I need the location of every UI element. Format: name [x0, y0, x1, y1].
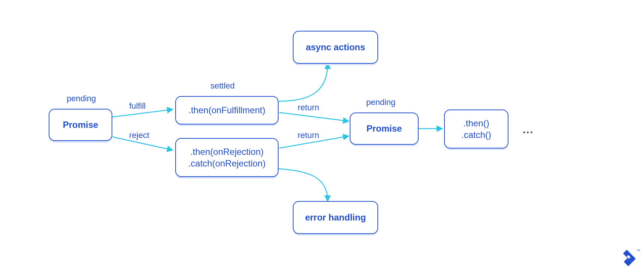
node-then-catch-line1: .then() — [463, 117, 489, 129]
node-promise-1-text: Promise — [63, 119, 98, 130]
label-pending-1: pending — [67, 94, 96, 104]
node-async-actions: async actions — [293, 31, 378, 64]
node-then-catch: .then() .catch() — [444, 110, 508, 148]
trademark: ™ — [637, 249, 640, 253]
node-promise-2-text: Promise — [367, 123, 402, 134]
label-reject: reject — [129, 130, 149, 140]
edge-to-error — [279, 169, 328, 201]
label-pending-2: pending — [366, 98, 395, 107]
edge-return-1 — [279, 112, 348, 121]
node-error-handling: error handling — [293, 201, 378, 234]
node-then-fulfill: .then(onFulfillment) — [175, 96, 279, 124]
label-fulfill: fulfill — [129, 101, 146, 111]
node-error-handling-text: error handling — [305, 212, 366, 223]
node-then-reject: .then(onRejection) .catch(onRejection) — [175, 138, 279, 177]
node-promise-2: Promise — [350, 112, 419, 145]
brand-logo-icon — [623, 250, 636, 266]
node-promise-1: Promise — [49, 109, 112, 141]
edge-to-async — [279, 64, 328, 101]
label-return-2: return — [298, 130, 319, 140]
node-async-actions-text: async actions — [306, 41, 365, 53]
node-then-catch-line2: .catch() — [461, 129, 491, 141]
node-then-fulfill-text: .then(onFulfillment) — [188, 104, 265, 116]
ellipsis: ... — [523, 124, 534, 136]
node-then-reject-line1: .then(onRejection) — [190, 146, 264, 158]
label-return-1: return — [298, 103, 319, 112]
node-then-reject-line2: .catch(onRejection) — [188, 158, 266, 169]
label-settled: settled — [210, 81, 235, 91]
